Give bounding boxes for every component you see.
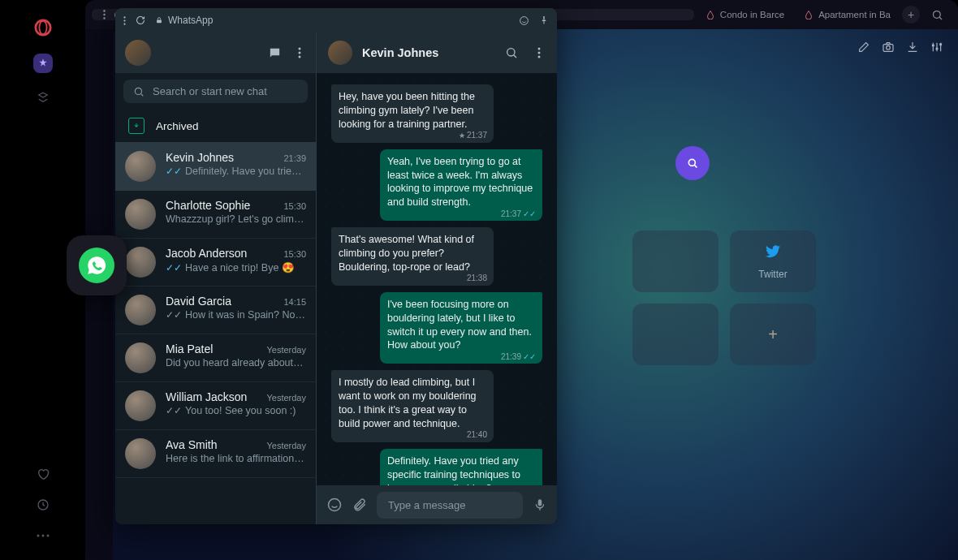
- camera-icon[interactable]: [882, 41, 895, 54]
- chat-item-name: William Jackson: [166, 390, 247, 403]
- ticks-icon: ✓✓: [166, 405, 182, 416]
- edit-icon[interactable]: [857, 41, 870, 54]
- message-time: 21:40: [467, 429, 487, 441]
- tab-menu-icon[interactable]: [103, 10, 106, 19]
- message-bubble[interactable]: Yeah, I've been trying to go at least tw…: [380, 149, 542, 222]
- message-text: That's awesome! What kind of climbing do…: [339, 234, 474, 273]
- page-search-button[interactable]: [675, 146, 710, 180]
- chat-item-preview: How it was in Spain? Not too...: [185, 309, 306, 321]
- svg-point-9: [103, 14, 105, 15]
- heart-sidebar-icon[interactable]: [33, 464, 53, 484]
- tab-condo[interactable]: Condo in Barce: [697, 5, 792, 24]
- svg-point-8: [103, 10, 105, 11]
- svg-point-19: [932, 45, 934, 46]
- message-bubble[interactable]: Definitely. Have you tried any specific …: [380, 449, 542, 485]
- svg-point-32: [507, 49, 515, 56]
- message-bubble[interactable]: Hey, have you been hitting the climbing …: [331, 84, 494, 143]
- chat-list: Kevin Johnes21:39✓✓Definitely. Have you …: [115, 143, 316, 524]
- chat-menu-icon[interactable]: [533, 42, 546, 63]
- sidebar-menu-icon[interactable]: [293, 42, 306, 63]
- chat-item-preview: You too! See you soon :): [185, 405, 296, 416]
- archived-row[interactable]: Archived: [115, 110, 316, 143]
- new-tab-button[interactable]: +: [902, 6, 920, 24]
- chat-item-avatar: [125, 438, 156, 469]
- message-text: I've been focusing more on bouldering la…: [387, 299, 532, 351]
- airbnb-icon: [706, 10, 715, 19]
- wa-smile-icon[interactable]: [519, 15, 529, 26]
- pin-sidebar-icon[interactable]: [33, 88, 53, 107]
- svg-point-33: [538, 48, 541, 50]
- message-input[interactable]: Type a message: [377, 492, 523, 519]
- chat-item-name: David Garcia: [166, 295, 231, 308]
- chat-item-time: 21:39: [283, 153, 306, 163]
- message-text: Definitely. Have you tried any specific …: [387, 455, 520, 485]
- chat-list-item[interactable]: Ava SmithYesterdayHere is the link to af…: [115, 430, 316, 478]
- search-input[interactable]: Search or start new chat: [123, 80, 308, 103]
- tab-label: Apartament in Ba: [818, 10, 891, 19]
- speed-tile[interactable]: [632, 230, 718, 292]
- chat-list-item[interactable]: Kevin Johnes21:39✓✓Definitely. Have you …: [115, 143, 316, 191]
- chat-list-item[interactable]: Mia PatelYesterdayDid you heard already …: [115, 334, 316, 382]
- wa-menu-icon[interactable]: [123, 16, 126, 25]
- chat-list-item[interactable]: Charlotte Sophie15:30Whazzzup girl? Let'…: [115, 191, 316, 239]
- tab-search-icon[interactable]: [923, 9, 952, 21]
- chat-item-time: 15:30: [283, 201, 306, 211]
- message-time: ★ 21:37: [459, 130, 487, 141]
- message-bubble[interactable]: I mostly do lead climbing, but I want to…: [331, 370, 494, 442]
- chat-panel: Kevin Johnes Hey, have you been hitting …: [317, 32, 557, 524]
- svg-point-35: [538, 56, 541, 58]
- ai-sidebar-button[interactable]: [33, 54, 53, 73]
- svg-point-27: [520, 16, 529, 24]
- wa-reload-icon[interactable]: [136, 15, 145, 25]
- svg-point-29: [299, 52, 301, 54]
- chat-item-time: 14:15: [283, 297, 306, 307]
- tab-apartment[interactable]: Apartament in Ba: [796, 5, 899, 24]
- opera-logo-icon[interactable]: [32, 16, 54, 39]
- message-time: 21:37 ✓✓: [501, 209, 536, 220]
- svg-point-7: [46, 535, 49, 537]
- new-chat-icon[interactable]: [263, 41, 287, 65]
- wa-lock-icon: [155, 16, 163, 24]
- chat-search-icon[interactable]: [500, 41, 523, 64]
- whatsapp-sidebar-badge[interactable]: [67, 235, 127, 295]
- wa-pin-icon[interactable]: [539, 15, 549, 25]
- chat-item-preview: Definitely. Have you tried any...: [185, 166, 306, 177]
- message-bubble[interactable]: That's awesome! What kind of climbing do…: [331, 227, 494, 286]
- speed-tile[interactable]: [632, 304, 718, 365]
- chat-list-item[interactable]: William JacksonYesterday✓✓You too! See y…: [115, 382, 316, 430]
- chat-avatar[interactable]: [328, 41, 352, 65]
- chat-item-name: Charlotte Sophie: [166, 199, 250, 212]
- ticks-icon: ✓✓: [166, 309, 182, 321]
- whatsapp-window: WhatsApp Search or start new chat Archiv…: [115, 8, 557, 524]
- speed-dial-grid: Twitter +: [632, 230, 816, 365]
- message-text: I mostly do lead climbing, but I want to…: [339, 377, 477, 429]
- whatsapp-sidebar: Search or start new chat Archived Kevin …: [115, 32, 317, 524]
- svg-point-21: [940, 44, 942, 45]
- svg-point-31: [135, 88, 141, 94]
- speed-tile-twitter[interactable]: Twitter: [730, 230, 816, 292]
- chat-header: Kevin Johnes: [317, 32, 557, 73]
- speed-tile-add[interactable]: +: [730, 304, 816, 365]
- mic-icon[interactable]: [533, 498, 547, 512]
- svg-point-6: [41, 535, 44, 537]
- wa-title: WhatsApp: [168, 15, 213, 26]
- history-sidebar-icon[interactable]: [33, 495, 53, 515]
- attach-icon[interactable]: [352, 498, 367, 512]
- chat-item-preview: Here is the link to affirmations: ...: [166, 453, 306, 464]
- message-list[interactable]: Hey, have you been hitting the climbing …: [317, 73, 557, 485]
- chat-list-item[interactable]: Jacob Anderson15:30✓✓Have a nice trip! B…: [115, 239, 316, 286]
- chat-item-preview: Whazzzup girl? Let's go climbing...: [166, 213, 306, 225]
- message-bubble[interactable]: I've been focusing more on bouldering la…: [380, 292, 542, 364]
- svg-point-22: [688, 159, 695, 166]
- svg-point-1: [39, 21, 46, 35]
- emoji-icon[interactable]: [326, 497, 343, 513]
- more-sidebar-icon[interactable]: [33, 526, 53, 545]
- tile-label: Twitter: [758, 269, 787, 280]
- archive-icon: [128, 118, 145, 134]
- download-icon[interactable]: [906, 41, 919, 54]
- svg-point-5: [37, 535, 39, 537]
- settings-icon[interactable]: [930, 41, 943, 54]
- chat-contact-name: Kevin Johnes: [362, 46, 490, 59]
- chat-list-item[interactable]: David Garcia14:15✓✓How it was in Spain? …: [115, 286, 316, 334]
- my-avatar[interactable]: [125, 40, 151, 66]
